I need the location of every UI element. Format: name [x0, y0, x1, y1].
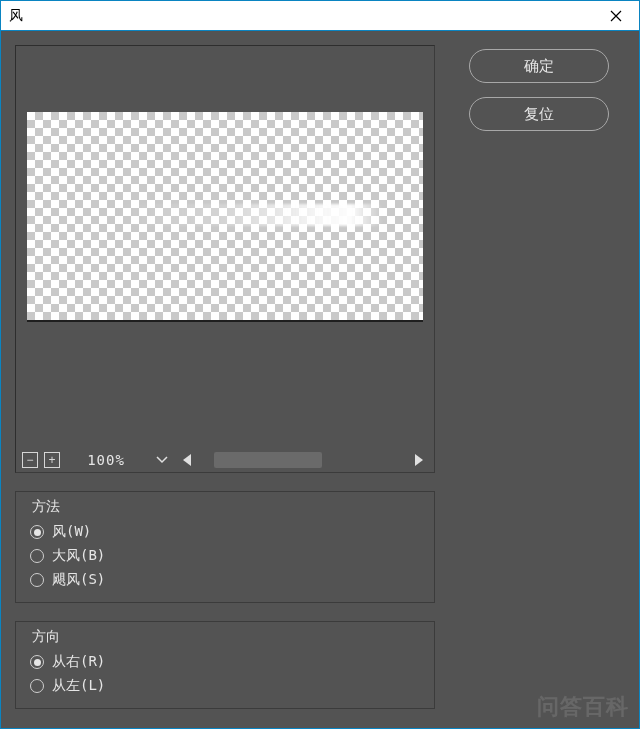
radio-label: 大风(B)	[52, 547, 105, 565]
direction-option-left[interactable]: 从左(L)	[26, 674, 424, 698]
preview-canvas	[27, 112, 423, 322]
titlebar: 风	[1, 1, 639, 31]
method-option-blast[interactable]: 大风(B)	[26, 544, 424, 568]
radio-icon	[30, 525, 44, 539]
radio-icon	[30, 573, 44, 587]
right-column: 确定 复位	[453, 45, 625, 714]
dialog-content: − + 100%	[1, 31, 639, 728]
ok-button[interactable]: 确定	[469, 49, 609, 83]
zoom-dropdown[interactable]	[152, 451, 172, 469]
radio-icon	[30, 549, 44, 563]
triangle-left-icon	[181, 453, 193, 467]
wind-effect-streak	[113, 204, 383, 226]
radio-label: 从左(L)	[52, 677, 105, 695]
radio-icon	[30, 655, 44, 669]
method-option-wind[interactable]: 风(W)	[26, 520, 424, 544]
method-fieldset: 方法 风(W) 大风(B) 飓风(S)	[15, 491, 435, 603]
reset-button[interactable]: 复位	[469, 97, 609, 131]
zoom-in-button[interactable]: +	[44, 452, 60, 468]
direction-fieldset: 方向 从右(R) 从左(L)	[15, 621, 435, 709]
scrollbar-thumb[interactable]	[214, 452, 322, 468]
preview-panel: − + 100%	[15, 45, 435, 473]
close-button[interactable]	[593, 1, 639, 31]
zoom-out-button[interactable]: −	[22, 452, 38, 468]
preview-stage	[16, 46, 434, 448]
direction-option-right[interactable]: 从右(R)	[26, 650, 424, 674]
radio-label: 飓风(S)	[52, 571, 105, 589]
dialog-window: 风 − + 100%	[0, 0, 640, 729]
method-option-stagger[interactable]: 飓风(S)	[26, 568, 424, 592]
close-icon	[610, 10, 622, 22]
preview-scrollbar[interactable]	[202, 451, 404, 469]
preview-toolbar: − + 100%	[16, 448, 434, 472]
direction-legend: 方向	[32, 628, 424, 646]
window-title: 风	[9, 7, 23, 25]
scroll-right-button[interactable]	[410, 453, 428, 467]
svg-marker-0	[183, 454, 191, 466]
chevron-down-icon	[156, 456, 168, 464]
radio-label: 风(W)	[52, 523, 91, 541]
radio-icon	[30, 679, 44, 693]
left-column: − + 100%	[15, 45, 435, 714]
scroll-left-button[interactable]	[178, 453, 196, 467]
zoom-level-field[interactable]: 100%	[66, 452, 146, 468]
radio-label: 从右(R)	[52, 653, 105, 671]
triangle-right-icon	[413, 453, 425, 467]
method-legend: 方法	[32, 498, 424, 516]
svg-marker-1	[415, 454, 423, 466]
